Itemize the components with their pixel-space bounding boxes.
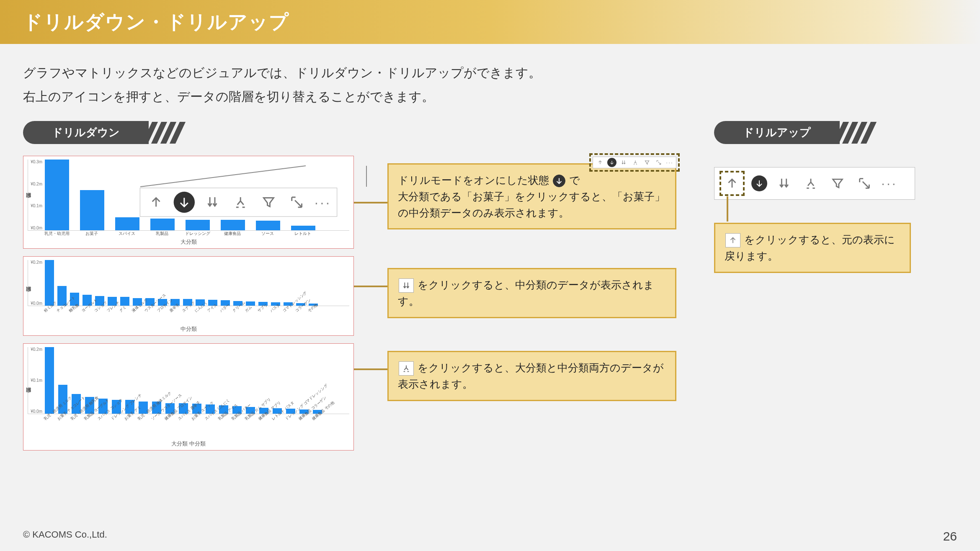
more-icon[interactable]: ···	[315, 195, 332, 209]
x-tick-label: レトルト	[291, 231, 315, 237]
bar[interactable]	[150, 219, 175, 230]
y-ticks: ¥0.2m¥0.0m	[28, 260, 44, 306]
intro-line-1: グラフやマトリックスなどのビジュアルでは、ドリルダウン・ドリルアップができます。	[23, 61, 957, 85]
drillup-icon[interactable]	[596, 158, 605, 167]
bar[interactable]	[186, 220, 210, 230]
y-ticks: ¥0.2m¥0.1m¥0.0m	[28, 347, 44, 414]
callout-text: をクリックすると、中分類のデータが表示されます。	[398, 279, 654, 307]
page-title: ドリルダウン・ドリルアップ	[23, 9, 289, 35]
drilldown-active-icon[interactable]	[751, 175, 767, 191]
bar[interactable]	[80, 190, 104, 230]
section-label-drillup: ドリルアップ	[714, 121, 875, 144]
y-ticks: ¥0.3m¥0.2m¥0.1m¥0.0m	[28, 160, 44, 230]
filter-icon[interactable]	[258, 192, 279, 213]
next-level-icon[interactable]	[619, 158, 628, 167]
x-axis-label: 大分類 中分類	[28, 440, 349, 448]
decorative-stripes	[838, 122, 875, 144]
expand-all-icon[interactable]	[230, 192, 251, 213]
bar[interactable]	[45, 347, 54, 414]
filter-icon[interactable]	[642, 158, 652, 167]
svg-line-0	[140, 166, 306, 187]
drilldown-active-icon[interactable]	[607, 158, 616, 167]
chart-combined-category: 実績金額 ¥0.2m¥0.1m¥0.0m 乳児・幼児用 ミルクお菓子 チョコレー…	[23, 343, 354, 451]
callout-text: 大分類である「お菓子」をクリックすると、「お菓子」の中分類データのみ表示されます…	[398, 191, 665, 219]
x-tick-label: 乳児・幼児用	[44, 231, 69, 237]
title-bar: ドリルダウン・ドリルアップ	[0, 0, 980, 44]
chart-toolbar-right: ···	[714, 167, 915, 200]
bar[interactable]	[291, 226, 315, 230]
callout-drillmode: ドリルモードをオンにした状態 で 大分類である「お菓子」をクリックすると、「お菓…	[387, 163, 676, 229]
focus-icon[interactable]	[854, 173, 874, 193]
x-axis-label: 中分類	[28, 325, 349, 333]
expand-all-icon	[399, 361, 414, 376]
bar[interactable]	[115, 217, 139, 230]
next-level-icon[interactable]	[202, 192, 223, 213]
x-tick-label: ソース	[255, 231, 280, 237]
callout-connector	[354, 202, 387, 203]
callout-expandall: をクリックすると、大分類と中分類両方のデータが表示されます。	[387, 351, 676, 401]
more-icon[interactable]: ···	[666, 159, 673, 166]
x-tick-label: スパイス	[115, 231, 139, 237]
bar[interactable]	[45, 160, 69, 230]
section-pill: ドリルアップ	[714, 121, 840, 144]
drillup-icon[interactable]	[722, 173, 742, 193]
page-number: 26	[943, 529, 957, 543]
bar[interactable]	[45, 260, 54, 306]
zoom-lines	[140, 165, 375, 190]
next-level-icon	[399, 278, 414, 293]
callout-drillup: をクリックすると、元の表示に戻ります。	[714, 223, 911, 273]
chart-toolbar-large: ···	[140, 188, 337, 216]
x-tick-label: 乳製品	[150, 231, 174, 237]
callout-connector	[354, 368, 387, 370]
section-pill: ドリルダウン	[23, 121, 149, 144]
copyright: © KACOMS Co.,Ltd.	[23, 529, 107, 543]
drilldown-active-icon[interactable]	[174, 192, 195, 213]
drilldown-active-icon	[553, 175, 565, 187]
callout-nextlevel: をクリックすると、中分類のデータが表示されます。	[387, 268, 676, 318]
intro-line-2: 右上のアイコンを押すと、データの階層を切り替えることができます。	[23, 85, 957, 108]
expand-all-icon[interactable]	[801, 173, 821, 193]
x-axis-label: 大分類	[28, 238, 349, 246]
more-icon[interactable]: ···	[881, 177, 897, 190]
x-tick-label: その他	[307, 304, 325, 323]
chart-toolbar-small: ···	[593, 157, 676, 168]
drillup-icon[interactable]	[145, 192, 166, 213]
callout-text: をクリックすると、大分類と中分類両方のデータが表示されます。	[398, 362, 664, 390]
focus-icon[interactable]	[286, 192, 307, 213]
footer: © KACOMS Co.,Ltd. 26	[23, 529, 957, 543]
filter-icon[interactable]	[828, 173, 848, 193]
section-label-drilldown: ドリルダウン	[23, 121, 184, 144]
callout-text: をクリックすると、元の表示に戻ります。	[725, 234, 895, 262]
bar[interactable]	[256, 221, 280, 230]
callout-connector	[727, 196, 728, 221]
intro-text: グラフやマトリックスなどのビジュアルでは、ドリルダウン・ドリルアップができます。…	[0, 44, 980, 113]
decorative-stripes	[147, 122, 184, 144]
x-tick-label: ドレッシング	[185, 231, 209, 237]
drillup-icon	[725, 233, 740, 247]
callout-text: ドリルモードをオンにした状態	[398, 174, 549, 186]
small-toolbar-highlight: ···	[589, 153, 680, 172]
focus-icon[interactable]	[654, 158, 663, 167]
expand-all-icon[interactable]	[631, 158, 640, 167]
next-level-icon[interactable]	[774, 173, 794, 193]
bar[interactable]	[221, 220, 245, 230]
x-tick-label: お菓子	[80, 231, 104, 237]
drillup-highlight	[720, 171, 745, 196]
callout-text: で	[569, 174, 580, 186]
chart-mid-category: 実績金額 ¥0.2m¥0.0m 粉ミルクチョコレート離乳食ヨーグルトコショウフレ…	[23, 256, 354, 336]
x-tick-label: 健康食品	[220, 231, 245, 237]
callout-connector	[354, 286, 387, 287]
